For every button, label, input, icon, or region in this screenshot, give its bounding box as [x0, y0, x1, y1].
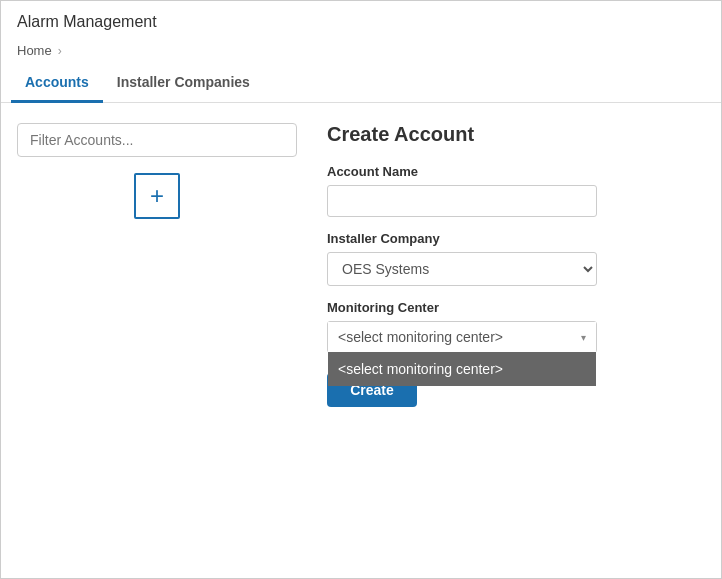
app-window: Alarm Management Home › Accounts Install… — [0, 0, 722, 579]
title-bar: Alarm Management — [1, 1, 721, 37]
monitoring-center-label: Monitoring Center — [327, 300, 705, 315]
monitoring-center-selected[interactable]: <select monitoring center> ▾ — [328, 322, 596, 352]
right-panel: Create Account Account Name Installer Co… — [327, 123, 705, 558]
monitoring-center-group: Monitoring Center <select monitoring cen… — [327, 300, 705, 353]
chevron-down-icon: ▾ — [581, 332, 586, 343]
app-title: Alarm Management — [17, 13, 705, 31]
main-content: + Create Account Account Name Installer … — [1, 103, 721, 578]
breadcrumb-separator: › — [58, 44, 62, 58]
breadcrumb-home[interactable]: Home — [17, 43, 52, 58]
account-name-input[interactable] — [327, 185, 597, 217]
monitoring-center-dropdown[interactable]: <select monitoring center> ▾ <select mon… — [327, 321, 597, 353]
filter-accounts-input[interactable] — [17, 123, 297, 157]
tab-accounts[interactable]: Accounts — [11, 64, 103, 103]
tab-installer-companies[interactable]: Installer Companies — [103, 64, 264, 103]
installer-company-label: Installer Company — [327, 231, 705, 246]
breadcrumb: Home › — [1, 37, 721, 64]
create-account-title: Create Account — [327, 123, 705, 146]
add-account-button[interactable]: + — [134, 173, 180, 219]
monitoring-center-dropdown-list: <select monitoring center> — [328, 352, 596, 386]
installer-company-group: Installer Company OES Systems — [327, 231, 705, 286]
account-name-group: Account Name — [327, 164, 705, 217]
monitoring-center-dropdown-wrapper: <select monitoring center> ▾ <select mon… — [327, 321, 597, 353]
tab-bar: Accounts Installer Companies — [1, 64, 721, 103]
plus-icon: + — [150, 182, 164, 210]
account-name-label: Account Name — [327, 164, 705, 179]
installer-company-select[interactable]: OES Systems — [327, 252, 597, 286]
monitoring-center-value: <select monitoring center> — [338, 329, 503, 345]
left-panel: + — [17, 123, 297, 558]
monitoring-center-option-default[interactable]: <select monitoring center> — [328, 352, 596, 386]
